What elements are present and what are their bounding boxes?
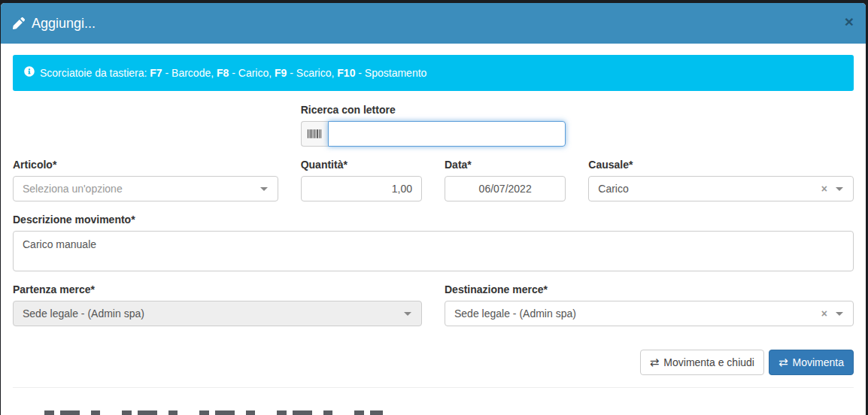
info-circle-icon — [24, 65, 35, 80]
causale-value: Carico — [598, 183, 628, 195]
clear-icon[interactable]: × — [821, 301, 827, 326]
movimenta-e-chiudi-button[interactable]: ⇄ Movimenta e chiudi — [640, 350, 764, 375]
barcode-icon — [301, 121, 329, 147]
close-icon[interactable]: × — [845, 14, 854, 29]
modal-body: Scorciatoie da tastiera: F7 - Barcode, F… — [1, 44, 866, 415]
modal-title-text: Aggiungi... — [32, 16, 96, 32]
modal-title: Aggiungi... — [13, 16, 96, 32]
destinazione-select[interactable]: Sede legale - (Admin spa) × — [445, 301, 854, 326]
clear-icon[interactable]: × — [821, 177, 827, 201]
partenza-label: Partenza merce* — [13, 283, 422, 296]
descrizione-textarea[interactable]: Carico manuale — [13, 231, 854, 271]
causale-select[interactable]: Carico × — [588, 176, 854, 201]
articolo-label: Articolo* — [13, 158, 278, 171]
data-input[interactable] — [445, 176, 566, 201]
movimenta-button[interactable]: ⇄ Movimenta — [769, 350, 854, 375]
exchange-icon: ⇄ — [650, 355, 660, 370]
barcode-search-label: Ricerca con lettore — [301, 103, 566, 117]
chevron-down-icon — [404, 312, 411, 316]
shortcuts-text: Scorciatoie da tastiera: F7 - Barcode, F… — [40, 65, 426, 80]
causale-label: Causale* — [588, 158, 854, 171]
barcode-search-group — [301, 121, 566, 147]
footer-divider — [13, 387, 854, 388]
action-buttons: ⇄ Movimenta e chiudi ⇄ Movimenta — [13, 350, 854, 375]
partenza-select: Sede legale - (Admin spa) — [13, 301, 422, 326]
data-label: Data* — [445, 158, 566, 171]
modal-header: Aggiungi... × — [1, 3, 866, 44]
partenza-value: Sede legale - (Admin spa) — [23, 307, 144, 320]
quantita-input[interactable] — [301, 176, 422, 201]
movimenta-e-chiudi-label: Movimenta e chiudi — [663, 355, 754, 370]
articolo-placeholder: Seleziona un'opzione — [23, 183, 123, 195]
quantita-label: Quantità* — [301, 158, 422, 171]
keyboard-shortcuts-banner: Scorciatoie da tastiera: F7 - Barcode, F… — [13, 55, 854, 91]
pencil-icon — [13, 17, 25, 29]
cutoff-table-text — [44, 410, 383, 415]
destinazione-label: Destinazione merce* — [445, 283, 854, 296]
movimenta-label: Movimenta — [793, 355, 844, 370]
chevron-down-icon — [836, 312, 843, 316]
exchange-icon: ⇄ — [778, 355, 788, 370]
chevron-down-icon — [836, 187, 843, 191]
barcode-search-input[interactable] — [328, 121, 566, 147]
descrizione-label: Descrizione movimento* — [13, 213, 854, 226]
articolo-select[interactable]: Seleziona un'opzione — [13, 176, 278, 201]
destinazione-value: Sede legale - (Admin spa) — [454, 307, 576, 320]
chevron-down-icon — [260, 187, 268, 191]
add-movement-modal: Aggiungi... × Scorciatoie da tastiera: F… — [1, 3, 866, 415]
